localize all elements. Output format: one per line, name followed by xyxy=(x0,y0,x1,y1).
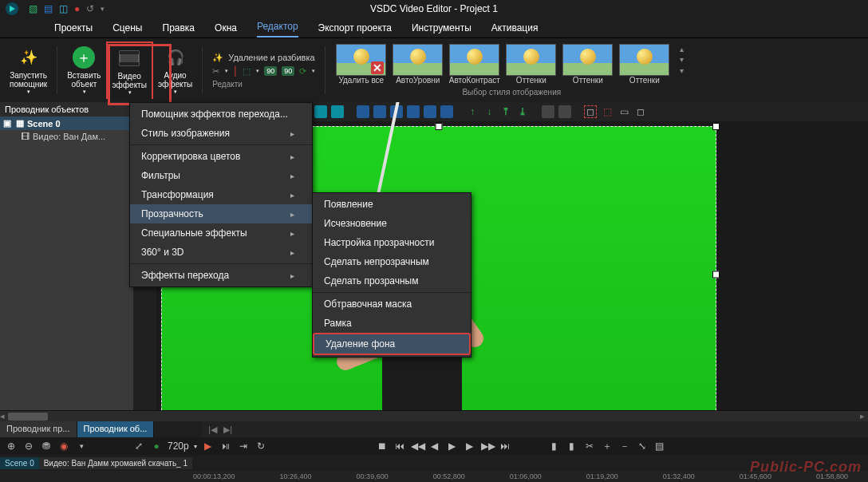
mt-dist-2[interactable] xyxy=(373,105,386,118)
tree-clip[interactable]: 🎞 Видео: Ван Дам... xyxy=(0,130,133,143)
mt-align-6[interactable] xyxy=(331,105,344,118)
resolution-label[interactable]: 720p xyxy=(168,441,189,452)
tb-prev-icon[interactable]: ◀ xyxy=(428,441,441,452)
menu-export[interactable]: Экспорт проекта xyxy=(318,18,392,38)
tb-ffwd-icon[interactable]: ▶▶ xyxy=(481,441,494,452)
arrow-down-icon[interactable]: ↓ xyxy=(483,105,495,118)
ctx-filters[interactable]: Фильтры xyxy=(130,166,312,185)
zoom-out-icon[interactable]: － xyxy=(618,440,631,453)
thumb-auto-contrast[interactable]: АвтоКонтраст xyxy=(447,44,502,85)
mt-dist-4[interactable] xyxy=(407,105,420,118)
magic-cut-icon[interactable]: ✨ xyxy=(212,53,223,63)
mt-sel-3[interactable]: ▭ xyxy=(617,105,630,118)
sub-clipping-mask[interactable]: Обтравочная маска xyxy=(313,294,471,314)
qa-undo-icon[interactable]: ↺ xyxy=(86,3,94,14)
ctx-transform[interactable]: Трансформация xyxy=(130,185,312,204)
rotate-cw-icon[interactable]: 90 xyxy=(282,66,294,76)
record-icon[interactable]: ◉ xyxy=(57,441,70,452)
rotate-ccw-icon[interactable]: 90 xyxy=(264,66,277,76)
arrow-up-icon[interactable]: ↑ xyxy=(466,105,479,118)
loop-icon[interactable]: ↻ xyxy=(254,441,267,452)
more-icon[interactable]: ▾ xyxy=(75,442,88,450)
tb-next-icon[interactable]: ▶ xyxy=(464,441,476,452)
mt-dist-6[interactable] xyxy=(440,105,453,118)
sub-make-opaque[interactable]: Сделать непрозрачным xyxy=(313,252,471,271)
fit-icon[interactable]: ⤢ xyxy=(132,441,145,452)
handle-tr[interactable] xyxy=(712,123,720,130)
sub-make-transparent[interactable]: Сделать прозрачным xyxy=(313,271,471,290)
add-track-icon[interactable]: ⊕ xyxy=(5,441,18,452)
ribbon-run-wizard[interactable]: ✨ Запустить помощник▾ xyxy=(5,41,52,99)
step-frame-icon[interactable]: ⏯ xyxy=(219,441,232,452)
tl-jump-start-icon[interactable]: |◀ xyxy=(208,425,217,435)
ribbon-insert-object[interactable]: ＋ Вставить объект▾ xyxy=(62,41,105,99)
sub-background-removal[interactable]: Удаление фона xyxy=(313,333,471,355)
menu-windows[interactable]: Окна xyxy=(215,18,237,38)
menu-projects[interactable]: Проекты xyxy=(54,18,93,38)
timeline-ruler[interactable]: 00:00:13,200 10:26,400 00:39,600 00:52,8… xyxy=(0,471,868,482)
timeline-clip-tab[interactable]: Видео: Ван Дамм хромакей скачать_ 1 xyxy=(39,457,192,469)
mt-dist-1[interactable] xyxy=(357,105,369,118)
cut-icon[interactable]: ✂ xyxy=(212,66,219,77)
tb-first-icon[interactable]: ⏮ xyxy=(393,441,406,452)
razor-icon[interactable]: ⎮ xyxy=(233,66,238,77)
play-icon[interactable]: ▶ xyxy=(202,441,215,452)
qa-split-icon[interactable]: ◫ xyxy=(59,3,68,14)
thumb-delete-all[interactable]: Удалить все xyxy=(333,44,389,85)
resolution-indicator[interactable]: ● xyxy=(150,441,163,452)
cut-tl-icon[interactable]: ✂ xyxy=(583,441,596,452)
thumb-hue-3[interactable]: Оттенки xyxy=(617,44,672,85)
sub-frame[interactable]: Рамка xyxy=(313,314,471,333)
arrow-bottom-icon[interactable]: ⤓ xyxy=(516,105,529,118)
ctx-360-3d[interactable]: 360° и 3D xyxy=(130,243,312,262)
settings-tl-icon[interactable]: ▤ xyxy=(653,441,666,452)
left-panel-hscroll[interactable]: ◂ ▸ xyxy=(0,410,868,421)
qa-export-icon[interactable]: ▤ xyxy=(44,3,53,14)
ctx-transition-fx[interactable]: Эффекты перехода xyxy=(130,266,312,285)
thumb-hue-2[interactable]: Оттенки xyxy=(560,44,615,85)
layers-icon[interactable]: ⛃ xyxy=(40,441,53,452)
thumb-auto-levels[interactable]: АвтоУровни xyxy=(390,44,445,85)
tb-stop-icon[interactable]: ⏹ xyxy=(376,441,389,452)
timeline-scene-tab[interactable]: Scene 0 xyxy=(0,457,39,469)
mt-dist-5[interactable] xyxy=(424,105,436,118)
tb-last-icon[interactable]: ⏭ xyxy=(499,441,511,452)
crop-icon[interactable]: ⬚ xyxy=(243,66,251,77)
mt-sel-2[interactable]: ⬚ xyxy=(601,105,614,118)
menu-scenes[interactable]: Сцены xyxy=(112,18,142,38)
mt-misc-2[interactable] xyxy=(558,105,571,118)
mt-sel-1[interactable]: ◻ xyxy=(584,105,597,118)
remove-track-icon[interactable]: ⊖ xyxy=(22,441,35,452)
tree-scene[interactable]: ▣ ▦ Scene 0 xyxy=(0,117,133,130)
ctx-image-style[interactable]: Стиль изображения xyxy=(130,124,312,143)
sub-disappear[interactable]: Исчезновение xyxy=(313,214,471,233)
zoom-in-icon[interactable]: ＋ xyxy=(601,440,614,453)
handle-rm[interactable] xyxy=(712,271,720,278)
collapse-icon[interactable]: ▣ xyxy=(3,118,13,128)
qa-dropdown-icon[interactable]: ▾ xyxy=(101,5,105,13)
tab-project-explorer[interactable]: Проводник пр... xyxy=(0,421,77,437)
ctx-color-correction[interactable]: Корректировка цветов xyxy=(130,147,312,166)
tb-rew-icon[interactable]: ◀◀ xyxy=(411,441,424,452)
mt-align-5[interactable] xyxy=(314,105,327,118)
ctx-transparency[interactable]: Прозрачность xyxy=(130,204,312,223)
qa-new-icon[interactable]: ▧ xyxy=(29,3,37,14)
tb-play-icon[interactable]: ▶ xyxy=(446,441,459,452)
tab-object-explorer[interactable]: Проводник об... xyxy=(77,421,155,437)
arrow-top-icon[interactable]: ⤒ xyxy=(499,105,512,118)
ribbon-audio-effects[interactable]: 🎧 Аудио эффекты▾ xyxy=(153,41,197,99)
zoom-fit-icon[interactable]: ⤡ xyxy=(636,441,649,452)
qa-record-icon[interactable]: ● xyxy=(74,3,80,14)
menu-editor[interactable]: Редактор xyxy=(257,17,298,38)
menu-tools[interactable]: Инструменты xyxy=(412,18,471,38)
mark-out-icon[interactable]: ▮ xyxy=(566,441,578,452)
tl-jump-end-icon[interactable]: ▶| xyxy=(223,425,232,435)
ctx-transition-wizard[interactable]: Помощник эффектов перехода... xyxy=(130,105,312,124)
refresh-icon[interactable]: ⟳ xyxy=(299,66,306,77)
sub-appear[interactable]: Появление xyxy=(313,195,471,214)
mark-in-icon[interactable]: ▮ xyxy=(548,441,561,452)
range-icon[interactable]: ⇥ xyxy=(237,441,250,452)
menu-edit[interactable]: Правка xyxy=(163,18,195,38)
handle-tm[interactable] xyxy=(436,123,443,130)
mt-misc-1[interactable] xyxy=(542,105,554,118)
